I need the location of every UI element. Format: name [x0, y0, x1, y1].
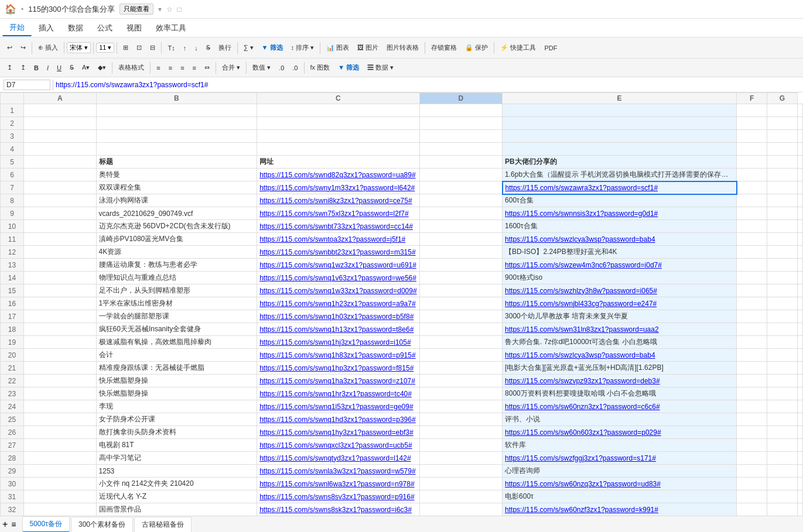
menu-item-view[interactable]: 视图 [119, 20, 149, 36]
font-size-dropdown[interactable]: 11 ▾ [96, 43, 114, 53]
align-distribute-button[interactable]: ≡ [189, 63, 200, 73]
number-format-button[interactable]: 数值 ▾ [249, 62, 274, 73]
cell-17-4[interactable]: 3000个幼儿早教故事 培育未来复兴华夏 [503, 310, 737, 323]
cell-14-5[interactable] [737, 272, 767, 284]
cell-21-4[interactable]: [电影大合集][蓝光原盘+蓝光压制+HD高清][1.62PB] [503, 362, 737, 375]
cell-3-6[interactable] [767, 130, 798, 143]
number-decrease-button[interactable]: .0 [275, 63, 288, 73]
cell-12-1[interactable]: 4K资源 [96, 246, 257, 259]
bg-color-button[interactable]: ◆▾ [94, 63, 110, 73]
link-11-4[interactable]: https://115.com/s/swzlcya3wsp?password=b… [505, 235, 655, 243]
text-up-button[interactable]: ↑ [180, 43, 190, 53]
link-15-4[interactable]: https://115.com/s/swzhlzy3h8w?password=i… [505, 287, 657, 295]
cell-12-6[interactable] [767, 246, 798, 259]
cell-25-2[interactable]: https://115.com/s/swnq1hd3zx1?password=p… [257, 413, 420, 426]
col-header-c[interactable]: C [257, 93, 420, 104]
link-28-4[interactable]: https://115.com/s/swzfggj3zx1?password=s… [505, 454, 656, 462]
cell-7-0[interactable] [24, 181, 97, 194]
row-header-20[interactable]: 20 [1, 349, 24, 362]
cell-32-7[interactable] [798, 503, 803, 516]
cell-3-4[interactable] [503, 130, 737, 143]
view-only-button[interactable]: 只能查看 [119, 4, 153, 15]
cell-26-3[interactable] [419, 426, 502, 439]
cell-29-3[interactable] [419, 465, 502, 478]
cell-26-7[interactable] [798, 426, 803, 439]
cell-25-7[interactable] [798, 413, 803, 426]
cell-23-7[interactable] [798, 387, 803, 400]
link-8-2[interactable]: https://115.com/s/swni8kz3zx1?password=c… [259, 197, 412, 205]
menu-item-efficiency[interactable]: 效率工具 [149, 20, 193, 36]
link-7-4[interactable]: https://115.com/s/swzawra3zx1?password=s… [505, 184, 658, 192]
cell-20-4[interactable]: https://115.com/s/swzlcya3wsp?password=b… [503, 349, 737, 362]
cell-15-7[interactable] [798, 284, 803, 297]
cell-17-1[interactable]: 一学就会的腿部塑形课 [96, 310, 257, 323]
row-header-23[interactable]: 23 [1, 387, 24, 400]
link-16-4[interactable]: https://115.com/s/swnjbl433cg?password=e… [505, 300, 657, 308]
cell-14-7[interactable] [798, 272, 803, 284]
link-30-2[interactable]: https://115.com/s/swnl6wa3zx1?password=n… [259, 480, 415, 488]
cell-5-0[interactable] [24, 156, 97, 169]
link-22-4[interactable]: https://115.com/s/swzvpz93zx1?password=d… [505, 377, 660, 385]
cell-24-7[interactable] [798, 400, 803, 413]
sheets-icon[interactable]: ≡ [11, 520, 16, 523]
cell-5-4[interactable]: PB大佬们分享的 [503, 156, 737, 169]
cell-4-5[interactable] [737, 143, 767, 156]
cell-24-5[interactable] [737, 400, 767, 413]
cell-12-0[interactable] [24, 246, 97, 259]
cell-format-button[interactable]: ⊡ [133, 43, 145, 53]
cell-29-2[interactable]: https://115.com/s/swnla3w3zx1?password=w… [257, 465, 420, 478]
protect-button[interactable]: 🔒 保护 [462, 42, 491, 53]
col-header-a[interactable]: A [24, 93, 97, 104]
cell-32-3[interactable] [419, 503, 502, 516]
cell-10-4[interactable]: 1600τ合集 [503, 220, 737, 233]
cell-30-4[interactable]: https://115.com/s/sw60nzq3zx1?password=u… [503, 478, 737, 490]
text-down-button[interactable]: ↓ [191, 43, 201, 53]
cell-27-7[interactable] [798, 439, 803, 452]
cell-15-0[interactable] [24, 284, 97, 297]
align-right-button[interactable]: ≡ [177, 63, 187, 73]
cell-6-2[interactable]: https://115.com/s/swnd82q3zx1?password=u… [257, 169, 420, 181]
row-header-14[interactable]: 14 [1, 272, 24, 284]
cell-12-3[interactable] [419, 246, 502, 259]
link-24-4[interactable]: https://115.com/s/sw60nzn3zx1?password=c… [505, 403, 660, 411]
link-25-2[interactable]: https://115.com/s/swnq1hd3zx1?password=p… [259, 416, 416, 424]
row-header-10[interactable]: 10 [1, 220, 24, 233]
cell-29-0[interactable] [24, 465, 97, 478]
link-32-4[interactable]: https://115.com/s/sw60nzf3zx1?password=k… [505, 506, 658, 514]
cell-18-0[interactable] [24, 323, 97, 336]
cell-13-5[interactable] [737, 259, 767, 272]
cell-9-1[interactable]: vcards_20210629_090749.vcf [96, 207, 257, 220]
cell-13-3[interactable] [419, 259, 502, 272]
cell-20-7[interactable] [798, 349, 803, 362]
link-9-4[interactable]: https://115.com/s/swnnsis3zx1?password=g… [505, 210, 658, 218]
image-button[interactable]: 🖼 图片 [354, 42, 382, 53]
cell-27-6[interactable] [767, 439, 798, 452]
cell-26-5[interactable] [737, 426, 767, 439]
row-header-24[interactable]: 24 [1, 400, 24, 413]
cell-25-1[interactable]: 女子防身术公开课 [96, 413, 257, 426]
cell-29-5[interactable] [737, 465, 767, 478]
cell-13-7[interactable] [798, 259, 803, 272]
link-11-2[interactable]: https://115.com/s/swntoa3zx1?password=j5… [259, 235, 405, 243]
link-18-2[interactable]: https://115.com/s/swnq1h13zx1?password=t… [259, 325, 414, 334]
cell-8-7[interactable] [798, 194, 803, 207]
cell-32-2[interactable]: https://115.com/s/swns8sk3zx1?password=i… [257, 503, 420, 516]
cell-7-7[interactable] [798, 181, 803, 194]
cell-29-1[interactable]: 1253 [96, 465, 257, 478]
cell-11-7[interactable] [798, 233, 803, 246]
cell-5-5[interactable] [737, 156, 767, 169]
cell-16-7[interactable] [798, 297, 803, 310]
cell-6-0[interactable] [24, 169, 97, 181]
cell-28-5[interactable] [737, 452, 767, 465]
cell-14-6[interactable] [767, 272, 798, 284]
wrap-button[interactable]: 换行 [215, 42, 235, 53]
cell-18-7[interactable] [798, 323, 803, 336]
row-header-1[interactable]: 1 [1, 104, 24, 117]
link-24-2[interactable]: https://115.com/s/swnq1l53zx1?password=g… [259, 403, 414, 411]
cell-16-1[interactable]: 1平米在家练出维密身材 [96, 297, 257, 310]
cell-3-3[interactable] [419, 130, 502, 143]
cell-30-3[interactable] [419, 478, 502, 490]
table-format-button[interactable]: 表格格式 [115, 62, 148, 73]
row-header-12[interactable]: 12 [1, 246, 24, 259]
cell-21-2[interactable]: https://115.com/s/swnq1hp3zx1?password=f… [257, 362, 420, 375]
